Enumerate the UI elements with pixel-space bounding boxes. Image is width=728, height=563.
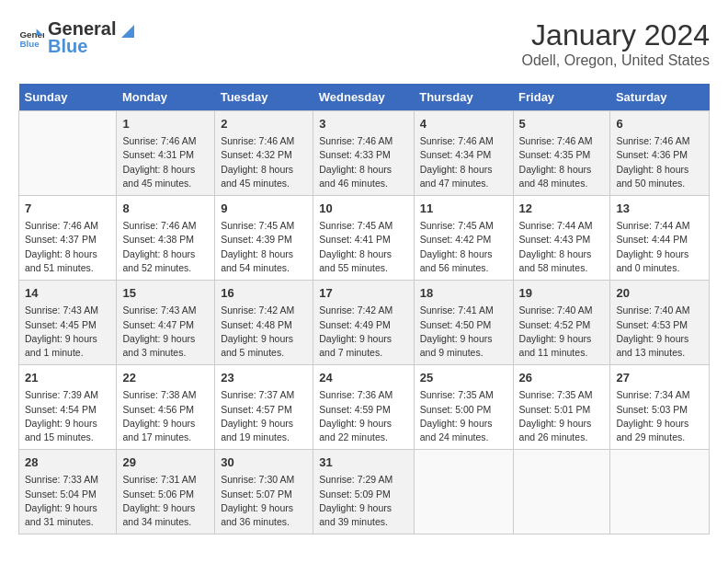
day-number: 26: [519, 370, 605, 386]
calendar-cell: 6Sunrise: 7:46 AMSunset: 4:36 PMDaylight…: [610, 111, 710, 196]
calendar-cell: 11Sunrise: 7:45 AMSunset: 4:42 PMDayligh…: [414, 196, 513, 281]
day-number: 17: [319, 285, 407, 302]
calendar-cell: 10Sunrise: 7:45 AMSunset: 4:41 PMDayligh…: [313, 196, 414, 281]
weekday-header-row: SundayMondayTuesdayWednesdayThursdayFrid…: [19, 84, 710, 111]
calendar-cell: 17Sunrise: 7:42 AMSunset: 4:49 PMDayligh…: [313, 281, 414, 365]
day-number: 28: [25, 454, 110, 471]
day-info: Sunrise: 7:45 AMSunset: 4:42 PMDaylight:…: [420, 219, 507, 275]
logo-icon: General Blue: [18, 25, 44, 51]
calendar-cell: 26Sunrise: 7:35 AMSunset: 5:01 PMDayligh…: [513, 365, 610, 450]
calendar-cell: 3Sunrise: 7:46 AMSunset: 4:33 PMDaylight…: [313, 111, 414, 196]
calendar-cell: [513, 450, 610, 534]
day-info: Sunrise: 7:41 AMSunset: 4:50 PMDaylight:…: [420, 304, 507, 360]
calendar-cell: 25Sunrise: 7:35 AMSunset: 5:00 PMDayligh…: [414, 365, 513, 450]
day-info: Sunrise: 7:42 AMSunset: 4:48 PMDaylight:…: [221, 304, 307, 360]
weekday-header-monday: Monday: [117, 84, 215, 111]
calendar-cell: 18Sunrise: 7:41 AMSunset: 4:50 PMDayligh…: [414, 281, 513, 365]
day-info: Sunrise: 7:31 AMSunset: 5:06 PMDaylight:…: [122, 473, 209, 529]
calendar-cell: 21Sunrise: 7:39 AMSunset: 4:54 PMDayligh…: [19, 365, 117, 450]
day-info: Sunrise: 7:46 AMSunset: 4:35 PMDaylight:…: [519, 134, 605, 190]
day-number: 5: [519, 116, 605, 132]
svg-text:Blue: Blue: [19, 39, 40, 49]
day-info: Sunrise: 7:43 AMSunset: 4:47 PMDaylight:…: [122, 304, 209, 360]
calendar-title: January 2024: [521, 18, 710, 52]
day-info: Sunrise: 7:39 AMSunset: 4:54 PMDaylight:…: [25, 388, 110, 444]
day-number: 19: [519, 285, 605, 302]
calendar-week-row: 7Sunrise: 7:46 AMSunset: 4:37 PMDaylight…: [19, 196, 710, 281]
day-info: Sunrise: 7:42 AMSunset: 4:49 PMDaylight:…: [319, 304, 407, 360]
day-number: 22: [122, 370, 209, 386]
weekday-header-tuesday: Tuesday: [215, 84, 313, 111]
calendar-cell: 30Sunrise: 7:30 AMSunset: 5:07 PMDayligh…: [215, 450, 313, 534]
calendar-cell: [414, 450, 513, 534]
calendar-cell: 5Sunrise: 7:46 AMSunset: 4:35 PMDaylight…: [513, 111, 610, 196]
day-info: Sunrise: 7:46 AMSunset: 4:34 PMDaylight:…: [420, 134, 507, 190]
logo-triangle-icon: [118, 19, 138, 40]
day-info: Sunrise: 7:46 AMSunset: 4:37 PMDaylight:…: [25, 219, 110, 275]
calendar-week-row: 28Sunrise: 7:33 AMSunset: 5:04 PMDayligh…: [19, 450, 710, 534]
day-number: 27: [616, 370, 703, 386]
logo: General Blue General Blue: [18, 18, 138, 57]
calendar-cell: 8Sunrise: 7:46 AMSunset: 4:38 PMDaylight…: [117, 196, 215, 281]
calendar-cell: 7Sunrise: 7:46 AMSunset: 4:37 PMDaylight…: [19, 196, 117, 281]
day-number: 29: [122, 454, 209, 471]
day-info: Sunrise: 7:35 AMSunset: 5:00 PMDaylight:…: [420, 388, 507, 444]
day-info: Sunrise: 7:29 AMSunset: 5:09 PMDaylight:…: [319, 473, 407, 529]
calendar-cell: 29Sunrise: 7:31 AMSunset: 5:06 PMDayligh…: [117, 450, 215, 534]
day-info: Sunrise: 7:33 AMSunset: 5:04 PMDaylight:…: [25, 473, 110, 529]
day-number: 21: [25, 370, 110, 386]
day-info: Sunrise: 7:38 AMSunset: 4:56 PMDaylight:…: [122, 388, 209, 444]
day-info: Sunrise: 7:46 AMSunset: 4:32 PMDaylight:…: [221, 134, 307, 190]
day-number: 24: [319, 370, 407, 386]
day-number: 30: [221, 454, 307, 471]
day-number: 31: [319, 454, 407, 471]
day-number: 12: [519, 201, 605, 217]
day-info: Sunrise: 7:44 AMSunset: 4:43 PMDaylight:…: [519, 219, 605, 275]
calendar-cell: 2Sunrise: 7:46 AMSunset: 4:32 PMDaylight…: [215, 111, 313, 196]
calendar-cell: 13Sunrise: 7:44 AMSunset: 4:44 PMDayligh…: [610, 196, 710, 281]
day-number: 8: [122, 201, 209, 217]
weekday-header-wednesday: Wednesday: [313, 84, 414, 111]
day-number: 11: [420, 201, 507, 217]
day-info: Sunrise: 7:36 AMSunset: 4:59 PMDaylight:…: [319, 388, 407, 444]
day-number: 2: [221, 116, 307, 132]
calendar-cell: 28Sunrise: 7:33 AMSunset: 5:04 PMDayligh…: [19, 450, 117, 534]
day-info: Sunrise: 7:46 AMSunset: 4:38 PMDaylight:…: [122, 219, 209, 275]
calendar-cell: [19, 111, 117, 196]
calendar-cell: 24Sunrise: 7:36 AMSunset: 4:59 PMDayligh…: [313, 365, 414, 450]
calendar-week-row: 1Sunrise: 7:46 AMSunset: 4:31 PMDaylight…: [19, 111, 710, 196]
calendar-cell: 19Sunrise: 7:40 AMSunset: 4:52 PMDayligh…: [513, 281, 610, 365]
calendar-cell: 9Sunrise: 7:45 AMSunset: 4:39 PMDaylight…: [215, 196, 313, 281]
weekday-header-thursday: Thursday: [414, 84, 513, 111]
calendar-table: SundayMondayTuesdayWednesdayThursdayFrid…: [18, 84, 710, 534]
day-number: 25: [420, 370, 507, 386]
day-number: 3: [319, 116, 407, 132]
day-info: Sunrise: 7:37 AMSunset: 4:57 PMDaylight:…: [221, 388, 307, 444]
weekday-header-sunday: Sunday: [19, 84, 117, 111]
calendar-cell: 23Sunrise: 7:37 AMSunset: 4:57 PMDayligh…: [215, 365, 313, 450]
day-info: Sunrise: 7:35 AMSunset: 5:01 PMDaylight:…: [519, 388, 605, 444]
page-header: General Blue General Blue January 2024 O…: [18, 18, 710, 69]
day-number: 9: [221, 201, 307, 217]
day-number: 14: [25, 285, 110, 302]
calendar-subtitle: Odell, Oregon, United States: [521, 52, 710, 69]
day-number: 23: [221, 370, 307, 386]
day-number: 16: [221, 285, 307, 302]
day-info: Sunrise: 7:46 AMSunset: 4:31 PMDaylight:…: [122, 134, 209, 190]
day-info: Sunrise: 7:40 AMSunset: 4:52 PMDaylight:…: [519, 304, 605, 360]
day-info: Sunrise: 7:30 AMSunset: 5:07 PMDaylight:…: [221, 473, 307, 529]
day-info: Sunrise: 7:45 AMSunset: 4:41 PMDaylight:…: [319, 219, 407, 275]
day-info: Sunrise: 7:40 AMSunset: 4:53 PMDaylight:…: [616, 304, 703, 360]
calendar-cell: [610, 450, 710, 534]
title-block: January 2024 Odell, Oregon, United State…: [521, 18, 710, 69]
day-number: 7: [25, 201, 110, 217]
calendar-cell: 1Sunrise: 7:46 AMSunset: 4:31 PMDaylight…: [117, 111, 215, 196]
calendar-week-row: 14Sunrise: 7:43 AMSunset: 4:45 PMDayligh…: [19, 281, 710, 365]
day-info: Sunrise: 7:45 AMSunset: 4:39 PMDaylight:…: [221, 219, 307, 275]
day-info: Sunrise: 7:44 AMSunset: 4:44 PMDaylight:…: [616, 219, 703, 275]
calendar-cell: 16Sunrise: 7:42 AMSunset: 4:48 PMDayligh…: [215, 281, 313, 365]
calendar-cell: 14Sunrise: 7:43 AMSunset: 4:45 PMDayligh…: [19, 281, 117, 365]
day-number: 4: [420, 116, 507, 132]
day-number: 6: [616, 116, 703, 132]
calendar-cell: 31Sunrise: 7:29 AMSunset: 5:09 PMDayligh…: [313, 450, 414, 534]
